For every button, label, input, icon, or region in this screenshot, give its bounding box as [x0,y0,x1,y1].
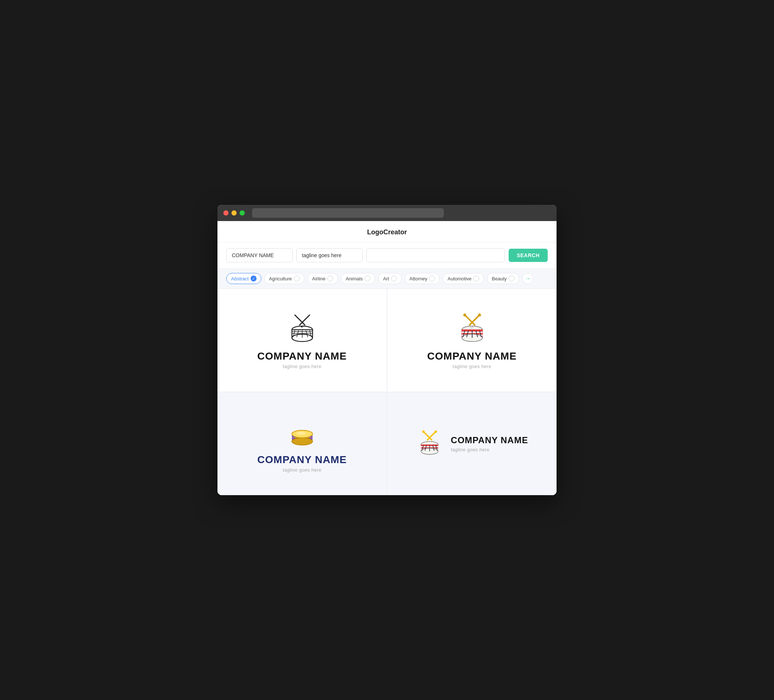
check-icon [473,276,479,281]
logo-card-2[interactable]: COMPANY NAME tagline goes here [387,289,557,392]
filter-label: Automotive [447,276,471,281]
filter-chip-airline[interactable]: Airline [308,273,338,284]
svg-point-39 [297,432,306,435]
logo-tagline-2: tagline goes here [453,364,491,369]
filter-chip-beauty[interactable]: Beauty [487,273,519,284]
drum-icon-bw [286,311,319,346]
logo-tagline-3: tagline goes here [283,467,321,473]
filter-label: Agriculture [269,276,292,281]
filter-label: Abstract [231,276,249,281]
svg-point-37 [292,438,313,445]
svg-point-17 [478,314,481,317]
svg-line-41 [428,432,436,440]
browser-window: LogoCreator SEARCH Abstract ✓ Agricultur… [217,205,557,495]
logo-card-1[interactable]: COMPANY NAME tagline goes here [217,289,387,392]
svg-line-40 [423,432,432,440]
filter-chip-animals[interactable]: Animals [341,273,375,284]
app-content: LogoCreator SEARCH Abstract ✓ Agricultur… [217,221,557,495]
company-name-input[interactable] [226,248,293,262]
app-title: LogoCreator [367,228,407,236]
keyword-input[interactable] [366,248,505,262]
logo-text-group-4: COMPANY NAME tagline goes here [451,435,528,452]
minimize-button[interactable] [232,210,237,216]
logo-grid: COMPANY NAME tagline goes here [217,289,557,495]
drum-icon-gold [286,415,319,449]
maximize-button[interactable] [240,210,245,216]
drum-icon-color-small [416,429,443,458]
filter-label: Animals [346,276,363,281]
filter-label: Airline [312,276,326,281]
logo-tagline-1: tagline goes here [283,364,321,369]
close-button[interactable] [223,210,228,216]
svg-point-13 [303,326,304,327]
logo-card-3[interactable]: COMPANY NAME tagline goes here [217,392,387,495]
logo-card-4[interactable]: COMPANY NAME tagline goes here [387,392,557,495]
logo-company-name-2: COMPANY NAME [427,350,517,362]
filter-label: Art [383,276,389,281]
filter-label: Beauty [492,276,506,281]
svg-line-1 [299,315,309,325]
svg-line-15 [470,315,480,325]
check-icon [364,276,370,281]
svg-point-42 [422,430,425,433]
filter-label: Attorney [410,276,427,281]
check-icon: ✓ [251,276,256,281]
tagline-input[interactable] [296,248,363,262]
logo-company-name-1: COMPANY NAME [257,350,347,362]
logo-tagline-4: tagline goes here [451,447,490,452]
filter-bar: Abstract ✓ Agriculture Airline Animals A… [217,269,557,289]
url-bar[interactable] [252,208,444,218]
filter-chip-abstract[interactable]: Abstract ✓ [226,273,261,284]
svg-line-0 [295,315,305,325]
search-button[interactable]: SEARCH [509,249,548,262]
svg-point-43 [435,430,437,433]
filter-next-button[interactable]: → [522,273,533,284]
check-icon [391,276,397,281]
filter-chip-attorney[interactable]: Attorney [405,273,440,284]
check-icon [294,276,299,281]
svg-line-14 [465,315,475,325]
check-icon [429,276,435,281]
logo-company-name-3: COMPANY NAME [257,454,347,466]
check-icon [509,276,514,281]
app-header: LogoCreator [217,221,557,243]
svg-point-16 [463,314,466,317]
svg-point-12 [301,326,303,327]
search-bar: SEARCH [217,243,557,269]
browser-titlebar [217,205,557,221]
drum-icon-color [456,311,489,346]
filter-chip-automotive[interactable]: Automotive [443,273,484,284]
svg-point-31 [471,327,473,328]
filter-chip-agriculture[interactable]: Agriculture [264,273,304,284]
filter-chip-art[interactable]: Art [378,273,402,284]
check-icon [327,276,333,281]
logo-company-name-4: COMPANY NAME [451,435,528,446]
